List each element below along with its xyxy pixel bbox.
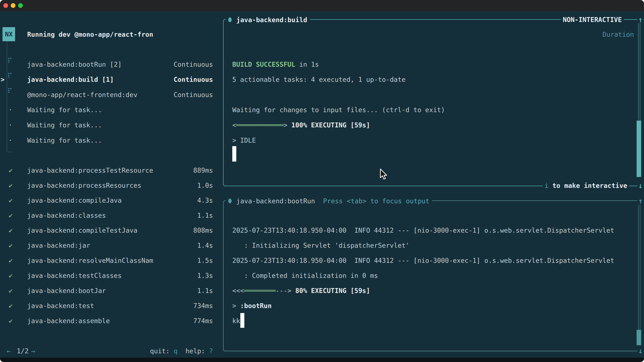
task-duration: 734ms [193,298,213,313]
task-duration: 1.3s [197,268,213,283]
task-row-bootrun[interactable]: ⠏ java-backend:bootRun [2] Continuous [0,57,223,72]
terminal-input-text[interactable]: kk [232,313,240,329]
scrollbar-track[interactable] [638,23,640,121]
task-row-done[interactable]: ✔ java-backend:classes 1.1s [0,208,223,223]
scrollbar-thumb[interactable] [636,330,641,345]
task-duration: 889ms [193,163,213,178]
bullet-icon: · [8,102,12,117]
task-name: java-backend:processResources [27,178,142,193]
check-icon: ✔ [9,238,12,253]
progress-label: 100% EXECUTING [59s] [288,121,370,129]
log-line: : Initializing Servlet 'dispatcherServle… [232,238,410,253]
minimize-window-icon[interactable] [11,3,16,8]
task-list-title: Running dev @mono-app/react-fron [27,27,153,42]
non-interactive-badge: NON-INTERACTIVE [561,12,624,27]
next-page-icon[interactable]: → [31,344,35,359]
help-key: ? [209,347,213,355]
check-icon: ✔ [9,313,12,329]
check-icon: ✔ [9,193,12,208]
task-duration: 1.5s [197,253,213,268]
progress-fill: ════════ [244,287,276,295]
task-name: java-backend:testClasses [27,268,122,283]
task-duration: 774ms [193,313,213,329]
task-row-done[interactable]: ✔ java-backend:assemble 774ms [0,313,223,329]
task-duration: 1.4s [197,238,213,253]
task-duration: Continuous [174,87,213,102]
progress-fill: ════════════ [236,121,284,129]
task-row-done[interactable]: ✔ java-backend:compileJava 4.3s [0,193,223,208]
task-row-done[interactable]: ✔ java-backend:resolveMainClassNam 1.5s [0,253,223,268]
mouse-pointer-icon [379,168,388,181]
task-name: java-backend:test [27,298,94,313]
check-icon: ✔ [9,178,12,193]
task-duration: 1.1s [197,283,213,298]
scroll-down-icon[interactable]: ↓ [637,343,644,358]
nx-logo: NX [2,27,15,41]
prev-page-icon[interactable]: ← [7,344,10,359]
log-line: 2025-07-23T13:40:18.950-04:00 INFO 44312… [232,253,614,268]
zoom-window-icon[interactable] [18,3,23,8]
build-idle-line: > IDLE [232,133,256,148]
selection-arrow-icon: > [1,72,4,87]
task-name: java-backend:compileJava [27,193,122,208]
bootrun-pane-header[interactable]: java-backend:bootRun Press <tab> to focu… [226,193,432,209]
task-status-dot-icon [228,17,232,22]
check-icon: ✔ [9,208,12,223]
waiting-task-row: · Waiting for task... [0,102,223,117]
build-waiting-line: Waiting for changes to input files... (c… [232,102,445,117]
task-name: java-backend:assemble [27,313,110,329]
check-icon: ✔ [9,283,12,298]
task-row-done[interactable]: ✔ java-backend:bootJar 1.1s [0,283,223,298]
bullet-icon: · [8,133,12,148]
log-line: : Completed initialization in 0 ms [232,268,378,283]
task-duration: Continuous [174,57,213,72]
window-bottom-edge [0,358,644,362]
task-row-done[interactable]: ✔ java-backend:compileTestJava 808ms [0,223,223,238]
terminal-cursor [240,313,244,328]
check-icon: ✔ [9,253,12,268]
build-success-suffix: in 1s [295,61,319,68]
task-row-frontend-dev[interactable]: ⠏ @mono-app/react-frontend:dev Continuou… [0,87,223,102]
focus-output-hint: Press <tab> to focus output [323,197,430,205]
build-tasks-summary: 5 actionable tasks: 4 executed, 1 up-to-… [232,72,406,87]
task-duration: 4.3s [197,193,213,208]
check-icon: ✔ [9,268,12,283]
quit-label: quit: [150,347,174,355]
check-icon: ✔ [9,223,12,238]
task-row-done[interactable]: ✔ java-backend:processTestResource 889ms [0,163,223,178]
waiting-task-row: · Waiting for task... [0,133,223,148]
sidebar-footer: ← 1/2 → quit: q help: ? [0,344,223,359]
bootrun-progress-bar: <<<════════---> 80% EXECUTING [59s] [232,283,370,298]
interactive-hint-text: to make interactive [548,182,627,189]
task-name: java-backend:processTestResource [27,163,153,178]
progress-label: 80% EXECUTING [59s] [291,287,370,295]
task-name: java-backend:bootRun [2] [27,57,122,72]
interactive-hint: i to make interactive [542,178,629,193]
bootrun-prompt-line: > :bootRun [232,298,272,313]
task-name: java-backend:compileTestJava [27,223,137,238]
build-pane-title: java-backend:build [236,16,307,24]
interactive-hint-key: i [544,182,548,189]
build-success-line: BUILD SUCCESSFUL in 1s [232,57,319,72]
task-row-done[interactable]: ✔ java-backend:jar 1.4s [0,238,223,253]
task-row-done[interactable]: ✔ java-backend:testClasses 1.3s [0,268,223,283]
task-name: java-backend:resolveMainClassNam [27,253,153,268]
progress-open: <<< [232,287,244,295]
progress-close: > [284,121,287,129]
task-duration: 808ms [193,223,213,238]
waiting-label: Waiting for task... [27,118,102,133]
scrollbar-track[interactable] [638,205,640,330]
scroll-down-icon[interactable]: ↓ [637,178,644,193]
task-row-done[interactable]: ✔ java-backend:test 734ms [0,298,223,313]
task-row-done[interactable]: ✔ java-backend:processResources 1.0s [0,178,223,193]
close-window-icon[interactable] [3,3,8,8]
build-progress-bar: <════════════> 100% EXECUTING [59s] [232,118,370,133]
task-status-dot-icon [228,199,232,203]
task-duration: 1.0s [197,178,213,193]
footer-key-hints: quit: q help: ? [150,344,213,359]
check-icon: ✔ [9,163,12,178]
task-row-build-selected[interactable]: > ⠏ java-backend:build [1] Continuous [0,72,223,87]
scrollbar-thumb[interactable] [636,121,641,177]
task-name: java-backend:jar [27,238,90,253]
build-pane-header[interactable]: java-backend:build [226,12,310,27]
